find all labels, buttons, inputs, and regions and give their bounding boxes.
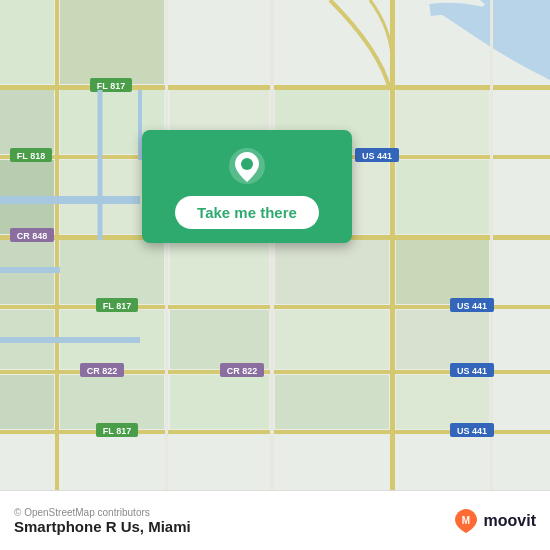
svg-text:CR 822: CR 822 — [87, 366, 118, 376]
svg-text:FL 818: FL 818 — [17, 151, 45, 161]
svg-rect-13 — [0, 90, 54, 154]
svg-rect-38 — [60, 0, 164, 84]
svg-rect-33 — [396, 90, 489, 154]
svg-rect-25 — [170, 240, 269, 304]
svg-rect-30 — [275, 240, 389, 304]
svg-rect-7 — [55, 0, 59, 490]
svg-rect-36 — [396, 310, 489, 369]
svg-rect-9 — [270, 0, 274, 490]
svg-rect-1 — [0, 85, 550, 90]
svg-rect-12 — [0, 0, 54, 84]
location-pin-icon — [227, 146, 267, 186]
svg-rect-8 — [165, 0, 168, 490]
moovit-text: moovit — [484, 512, 536, 530]
svg-text:US 441: US 441 — [362, 151, 392, 161]
take-me-there-button[interactable]: Take me there — [175, 196, 319, 229]
svg-rect-31 — [275, 310, 389, 369]
bottom-left: © OpenStreetMap contributors Smartphone … — [14, 507, 191, 535]
place-name: Smartphone R Us, Miami — [14, 518, 191, 535]
svg-rect-26 — [170, 310, 269, 369]
svg-text:CR 848: CR 848 — [17, 231, 48, 241]
svg-text:FL 817: FL 817 — [103, 301, 131, 311]
svg-rect-34 — [396, 160, 489, 234]
popup-card: Take me there — [142, 130, 352, 243]
moovit-icon: M — [452, 507, 480, 535]
svg-rect-40 — [396, 240, 489, 304]
moovit-logo: M moovit — [452, 507, 536, 535]
attribution-text: © OpenStreetMap contributors — [14, 507, 191, 518]
svg-text:FL 817: FL 817 — [103, 426, 131, 436]
svg-rect-22 — [60, 375, 164, 429]
svg-text:US 441: US 441 — [457, 426, 487, 436]
svg-text:M: M — [461, 515, 469, 526]
map-container: FL 817 FL 818 CR 848 FL 848 FL 817 CR 82… — [0, 0, 550, 490]
svg-text:US 441: US 441 — [457, 366, 487, 376]
svg-rect-27 — [170, 375, 269, 429]
bottom-bar: © OpenStreetMap contributors Smartphone … — [0, 490, 550, 550]
svg-rect-37 — [396, 375, 489, 429]
svg-rect-17 — [0, 375, 54, 429]
svg-rect-32 — [275, 375, 389, 429]
svg-rect-11 — [490, 0, 493, 490]
svg-point-72 — [241, 158, 253, 170]
svg-rect-20 — [60, 240, 164, 304]
svg-text:US 441: US 441 — [457, 301, 487, 311]
svg-text:FL 817: FL 817 — [97, 81, 125, 91]
svg-text:CR 822: CR 822 — [227, 366, 258, 376]
